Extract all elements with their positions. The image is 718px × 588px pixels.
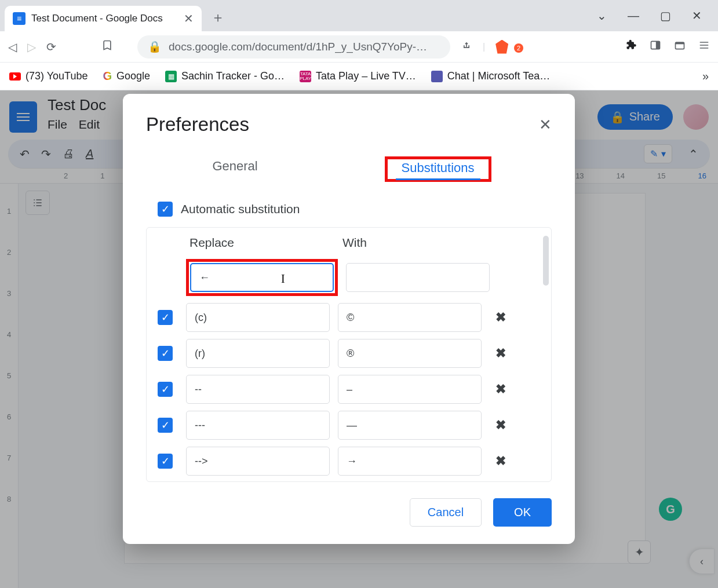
input-value: —: [347, 419, 357, 432]
row-checkbox[interactable]: ✓: [158, 310, 173, 325]
substitutions-table: Replace With ← I ✓ (c) © ✖: [146, 227, 552, 482]
back-icon[interactable]: ◁: [8, 40, 17, 54]
substitution-row: ✓ --- — ✖: [152, 407, 545, 443]
sheets-icon: ▦: [165, 71, 177, 82]
autosub-checkbox[interactable]: ✓: [158, 202, 173, 217]
bookmark-teams[interactable]: Chat | Microsoft Tea…: [431, 70, 550, 82]
replace-input[interactable]: ---: [186, 411, 330, 440]
input-value: (r): [195, 348, 205, 360]
close-tab-icon[interactable]: ✕: [184, 12, 194, 25]
input-value: →: [347, 455, 357, 468]
replace-input[interactable]: (c): [186, 303, 330, 332]
forward-icon: ▷: [27, 40, 36, 54]
bookmark-icon[interactable]: [101, 39, 113, 54]
row-checkbox[interactable]: ✓: [158, 418, 173, 433]
youtube-icon: [9, 72, 21, 81]
tab-title: Test Document - Google Docs: [31, 13, 163, 24]
input-value: --: [195, 384, 202, 396]
row-checkbox[interactable]: ✓: [158, 382, 173, 397]
preferences-dialog: Preferences ✕ General Substitutions ✓ Au…: [123, 94, 575, 544]
maximize-icon[interactable]: ▢: [660, 9, 671, 23]
replace-input[interactable]: -->: [186, 447, 330, 476]
delete-row-icon[interactable]: ✖: [495, 310, 506, 325]
new-substitution-row: ← I: [152, 255, 545, 300]
wallet-icon[interactable]: [674, 39, 686, 54]
bookmark-label: Chat | Microsoft Tea…: [447, 70, 550, 82]
google-icon: G: [103, 70, 112, 83]
bookmark-label: Sachin Tracker - Go…: [181, 70, 285, 82]
address-bar: ◁ ▷ ⟳ 🔒 docs.google.com/document/d/1hP_y…: [0, 31, 718, 63]
bookmark-label: Google: [116, 70, 150, 82]
dialog-tabs: General Substitutions: [146, 156, 552, 182]
tab-substitutions[interactable]: Substitutions: [396, 158, 480, 180]
dialog-title: Preferences: [146, 114, 249, 136]
bookmark-label: (73) YouTube: [25, 70, 88, 82]
teams-icon: [431, 71, 443, 82]
browser-tab-strip: ≡ Test Document - Google Docs ✕ ＋ ⌄ — ▢ …: [0, 0, 718, 31]
url-input[interactable]: 🔒 docs.google.com/document/d/1hP_y_UsnQ7…: [137, 35, 450, 59]
input-value: ®: [347, 348, 354, 360]
with-input[interactable]: ®: [338, 339, 482, 368]
with-input[interactable]: –: [338, 375, 482, 404]
text-cursor-icon: I: [281, 272, 285, 286]
replace-input-new[interactable]: ← I: [190, 263, 334, 292]
bookmark-tata[interactable]: TATAPLAY Tata Play – Live TV…: [300, 70, 416, 82]
column-with-header: With: [342, 236, 495, 250]
substitution-row: ✓ --> → ✖: [152, 443, 545, 479]
chevron-down-icon[interactable]: ⌄: [597, 9, 607, 23]
with-input[interactable]: →: [338, 447, 482, 476]
substitution-row: ✓ (c) © ✖: [152, 300, 545, 335]
delete-row-icon[interactable]: ✖: [495, 454, 506, 469]
minimize-icon[interactable]: —: [628, 9, 639, 23]
replace-input[interactable]: (r): [186, 339, 330, 368]
tata-play-icon: TATAPLAY: [300, 71, 311, 82]
svg-rect-3: [676, 42, 684, 44]
column-replace-header: Replace: [189, 236, 342, 250]
substitution-row: ✓ -- – ✖: [152, 371, 545, 407]
extensions-icon[interactable]: [625, 39, 637, 54]
with-input[interactable]: ©: [338, 303, 482, 332]
with-input-new[interactable]: [346, 263, 490, 292]
input-value: ---: [195, 419, 205, 432]
bookmarks-bar: (73) YouTube G Google ▦ Sachin Tracker -…: [0, 63, 718, 90]
input-value: (c): [195, 312, 207, 324]
bookmark-google[interactable]: G Google: [103, 70, 150, 83]
delete-row-icon[interactable]: ✖: [495, 346, 506, 361]
row-checkbox[interactable]: ✓: [158, 454, 173, 469]
scrollbar[interactable]: [543, 236, 549, 286]
bookmarks-overflow-icon[interactable]: »: [702, 70, 709, 83]
ok-button[interactable]: OK: [493, 498, 552, 527]
autosub-label: Automatic substitution: [181, 202, 300, 216]
menu-icon[interactable]: [698, 39, 710, 54]
close-window-icon[interactable]: ✕: [692, 9, 702, 23]
dialog-close-icon[interactable]: ✕: [539, 116, 552, 134]
new-tab-button[interactable]: ＋: [211, 8, 225, 27]
bookmark-youtube[interactable]: (73) YouTube: [9, 70, 88, 82]
delete-row-icon[interactable]: ✖: [495, 382, 506, 397]
svg-rect-1: [656, 41, 660, 49]
with-input[interactable]: —: [338, 411, 482, 440]
window-controls: ⌄ — ▢ ✕: [597, 9, 718, 23]
docs-favicon: ≡: [13, 12, 25, 25]
bookmark-label: Tata Play – Live TV…: [316, 70, 416, 82]
lock-icon: 🔒: [148, 40, 162, 53]
row-checkbox[interactable]: ✓: [158, 346, 173, 361]
replace-input[interactable]: --: [186, 375, 330, 404]
tab-general[interactable]: General: [206, 156, 263, 182]
input-value: -->: [195, 455, 208, 468]
share-url-icon[interactable]: [461, 39, 472, 54]
reload-icon[interactable]: ⟳: [46, 40, 56, 54]
delete-row-icon[interactable]: ✖: [495, 418, 506, 433]
sidebar-icon[interactable]: [650, 39, 661, 54]
bookmark-sheets[interactable]: ▦ Sachin Tracker - Go…: [165, 70, 285, 82]
input-value: –: [347, 384, 352, 396]
annotation-highlight: Substitutions: [385, 156, 491, 182]
url-text: docs.google.com/document/d/1hP_y_UsnQ7Yo…: [169, 41, 427, 53]
input-value: ©: [347, 312, 354, 324]
substitution-row: ✓ (r) ® ✖: [152, 335, 545, 371]
brave-shield-icon[interactable]: [495, 40, 508, 54]
cancel-button[interactable]: Cancel: [410, 498, 482, 527]
input-value: ←: [199, 272, 210, 284]
annotation-highlight: ← I: [186, 259, 338, 296]
browser-tab[interactable]: ≡ Test Document - Google Docs ✕: [5, 6, 202, 31]
